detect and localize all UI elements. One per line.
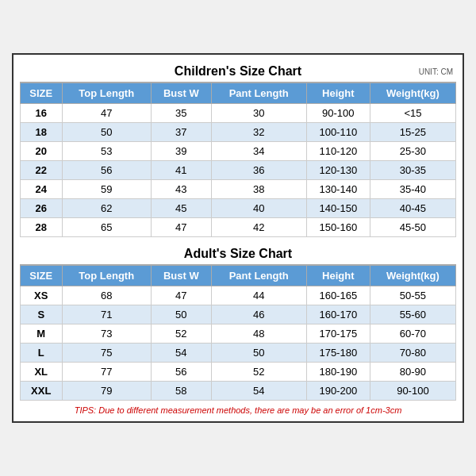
table-cell: 30 bbox=[211, 104, 306, 123]
table-cell: 53 bbox=[62, 142, 151, 161]
table-cell: 45-50 bbox=[370, 218, 455, 237]
table-cell: 58 bbox=[151, 382, 211, 401]
table-cell: 77 bbox=[62, 363, 151, 382]
table-cell: 34 bbox=[211, 142, 306, 161]
table-cell: 140-150 bbox=[306, 199, 370, 218]
table-cell: 38 bbox=[211, 180, 306, 199]
adult-col-size: SIZE bbox=[21, 266, 63, 286]
table-cell: 30-35 bbox=[370, 161, 455, 180]
table-cell: 50 bbox=[62, 123, 151, 142]
table-cell: M bbox=[21, 324, 63, 344]
table-row: 18503732100-11015-25 bbox=[21, 123, 456, 142]
table-cell: 56 bbox=[62, 161, 151, 180]
children-col-bust-w: Bust W bbox=[151, 83, 211, 104]
children-col-height: Height bbox=[306, 83, 370, 104]
table-cell: 28 bbox=[21, 218, 63, 237]
table-cell: 39 bbox=[151, 142, 211, 161]
table-row: XXL795854190-20090-100 bbox=[21, 382, 456, 401]
table-cell: 54 bbox=[151, 344, 211, 363]
chart-container: Children's Size Chart UNIT: CM SIZE Top … bbox=[12, 53, 464, 423]
table-cell: 26 bbox=[21, 199, 63, 218]
table-row: L755450175-18070-80 bbox=[21, 344, 456, 363]
table-cell: 16 bbox=[21, 104, 63, 123]
table-cell: 36 bbox=[211, 161, 306, 180]
table-cell: 180-190 bbox=[306, 363, 370, 382]
table-cell: 170-175 bbox=[306, 324, 370, 344]
table-cell: 68 bbox=[62, 286, 151, 305]
table-cell: 45 bbox=[151, 199, 211, 218]
table-row: 1647353090-100<15 bbox=[21, 104, 456, 123]
table-cell: 80-90 bbox=[370, 363, 455, 382]
table-cell: 18 bbox=[21, 123, 63, 142]
table-cell: 52 bbox=[151, 324, 211, 344]
table-cell: 190-200 bbox=[306, 382, 370, 401]
table-cell: 40 bbox=[211, 199, 306, 218]
table-cell: 43 bbox=[151, 180, 211, 199]
table-cell: 50 bbox=[211, 344, 306, 363]
table-cell: 130-140 bbox=[306, 180, 370, 199]
table-row: 24594338130-14035-40 bbox=[21, 180, 456, 199]
table-cell: 42 bbox=[211, 218, 306, 237]
table-cell: 25-30 bbox=[370, 142, 455, 161]
adult-title: Adult's Size Chart bbox=[184, 247, 292, 261]
table-cell: 35 bbox=[151, 104, 211, 123]
table-cell: XL bbox=[21, 363, 63, 382]
table-cell: 75 bbox=[62, 344, 151, 363]
table-cell: 90-100 bbox=[306, 104, 370, 123]
table-cell: 100-110 bbox=[306, 123, 370, 142]
table-cell: 48 bbox=[211, 324, 306, 344]
adult-table: SIZE Top Length Bust W Pant Length Heigh… bbox=[20, 265, 456, 401]
table-cell: 62 bbox=[62, 199, 151, 218]
table-cell: 15-25 bbox=[370, 123, 455, 142]
table-cell: 47 bbox=[151, 286, 211, 305]
adult-header-row: SIZE Top Length Bust W Pant Length Heigh… bbox=[21, 266, 456, 286]
table-cell: 71 bbox=[62, 305, 151, 324]
adult-title-row: Adult's Size Chart bbox=[20, 244, 456, 265]
adult-col-height: Height bbox=[306, 266, 370, 286]
table-cell: 44 bbox=[211, 286, 306, 305]
table-cell: 40-45 bbox=[370, 199, 455, 218]
table-cell: 160-170 bbox=[306, 305, 370, 324]
table-cell: 70-80 bbox=[370, 344, 455, 363]
table-cell: 73 bbox=[62, 324, 151, 344]
table-cell: <15 bbox=[370, 104, 455, 123]
table-cell: 52 bbox=[211, 363, 306, 382]
table-cell: 41 bbox=[151, 161, 211, 180]
unit-label: UNIT: CM bbox=[419, 67, 453, 76]
table-cell: 150-160 bbox=[306, 218, 370, 237]
table-cell: 46 bbox=[211, 305, 306, 324]
tips-text: TIPS: Due to different measurement metho… bbox=[20, 405, 456, 415]
table-cell: 79 bbox=[62, 382, 151, 401]
adult-col-top-length: Top Length bbox=[62, 266, 151, 286]
children-col-weight: Weight(kg) bbox=[370, 83, 455, 104]
table-cell: 47 bbox=[62, 104, 151, 123]
table-row: 26624540140-15040-45 bbox=[21, 199, 456, 218]
table-cell: 60-70 bbox=[370, 324, 455, 344]
table-cell: 90-100 bbox=[370, 382, 455, 401]
table-cell: XS bbox=[21, 286, 63, 305]
table-cell: S bbox=[21, 305, 63, 324]
table-cell: 50 bbox=[151, 305, 211, 324]
table-row: XL775652180-19080-90 bbox=[21, 363, 456, 382]
table-cell: 47 bbox=[151, 218, 211, 237]
adult-col-bust-w: Bust W bbox=[151, 266, 211, 286]
table-row: 20533934110-12025-30 bbox=[21, 142, 456, 161]
children-header-row: SIZE Top Length Bust W Pant Length Heigh… bbox=[21, 83, 456, 104]
table-cell: 35-40 bbox=[370, 180, 455, 199]
table-cell: 20 bbox=[21, 142, 63, 161]
table-cell: 120-130 bbox=[306, 161, 370, 180]
table-cell: 22 bbox=[21, 161, 63, 180]
table-cell: 32 bbox=[211, 123, 306, 142]
table-cell: 65 bbox=[62, 218, 151, 237]
table-cell: 59 bbox=[62, 180, 151, 199]
table-cell: 24 bbox=[21, 180, 63, 199]
table-cell: 110-120 bbox=[306, 142, 370, 161]
children-table: SIZE Top Length Bust W Pant Length Heigh… bbox=[20, 83, 456, 237]
table-cell: XXL bbox=[21, 382, 63, 401]
children-title-row: Children's Size Chart UNIT: CM bbox=[20, 61, 456, 83]
table-cell: L bbox=[21, 344, 63, 363]
table-cell: 54 bbox=[211, 382, 306, 401]
table-cell: 37 bbox=[151, 123, 211, 142]
adult-col-weight: Weight(kg) bbox=[370, 266, 455, 286]
table-row: M735248170-17560-70 bbox=[21, 324, 456, 344]
